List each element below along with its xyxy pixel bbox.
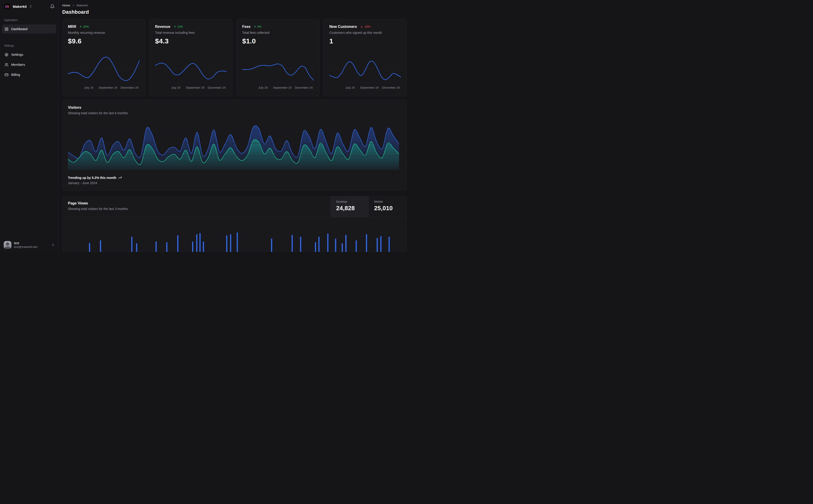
stat-description: Customers who signed up this month (329, 31, 401, 34)
bar (237, 232, 238, 252)
bar (100, 240, 101, 252)
toggle-label: Mobile (374, 200, 401, 203)
users-icon (5, 63, 8, 67)
page-views-header: Page Views Showing total visitors for th… (62, 196, 406, 217)
sidebar: m Makerkit Application Dashboard Setting… (0, 0, 58, 252)
x-axis-label: December 24 (120, 86, 138, 89)
bar (380, 236, 381, 252)
bar (131, 237, 132, 252)
bar (327, 233, 328, 252)
x-axis-label: September 24 (360, 86, 379, 89)
chevrons-up-down-icon[interactable] (51, 243, 55, 247)
x-axis-label: July 24 (345, 86, 355, 89)
visitors-card: Visitors Showing total visitors for the … (62, 100, 407, 191)
sidebar-item-label: Settings (11, 53, 23, 56)
bar (345, 235, 347, 252)
bar (377, 238, 378, 252)
x-axis-label: July 24 (258, 86, 268, 89)
breadcrumb-current: Makerkit (77, 4, 88, 7)
arrow-up-icon (79, 25, 82, 28)
bar (300, 237, 301, 252)
arrow-up-icon (173, 25, 176, 28)
trend-badge: 20% (79, 25, 89, 28)
sparkline-path (68, 57, 139, 81)
sparkline-x-labels: July 24September 24December 24 (68, 86, 139, 90)
sparkline-chart (68, 54, 139, 84)
bar (292, 235, 293, 252)
trending-up-icon (118, 176, 122, 180)
breadcrumb: Home Makerkit (62, 4, 407, 7)
page-views-toggle-desktop[interactable]: Desktop 24,828 (331, 196, 368, 217)
visitors-date-range: January - June 2024 (68, 181, 401, 185)
page-views-toggle-mobile[interactable]: Mobile 25,010 (368, 196, 406, 217)
breadcrumb-home[interactable]: Home (62, 4, 70, 7)
sparkline-x-labels: July 24September 24December 24 (242, 86, 314, 90)
user-menu[interactable]: test test@makerkit.dev (0, 239, 58, 249)
bell-icon[interactable] (50, 4, 55, 9)
chevrons-up-down-icon[interactable] (29, 5, 32, 8)
bar (366, 234, 367, 252)
sidebar-item-label: Members (11, 63, 25, 66)
makerkit-logo-letter: m (5, 4, 9, 8)
sidebar-item-members[interactable]: Members (2, 60, 56, 69)
toggle-value: 25,010 (374, 205, 401, 212)
avatar (4, 241, 11, 249)
bar (230, 234, 231, 252)
makerkit-logo: m (4, 3, 11, 10)
sparkline-chart (329, 54, 401, 84)
x-axis-label: September 24 (273, 86, 292, 89)
stat-description: Monthly recurring revenue (68, 31, 139, 34)
sidebar-section-application: Application (0, 19, 58, 22)
main-content: Home Makerkit Dashboard MRR 20% Monthly … (58, 0, 407, 252)
sidebar-item-label: Dashboard (11, 27, 27, 31)
sparkline-path (155, 63, 227, 79)
visitors-title: Visitors (68, 106, 401, 110)
page-views-subtitle: Showing total visitors for the last 3 mo… (68, 207, 325, 211)
user-name: test (14, 241, 38, 245)
bar (166, 242, 167, 252)
sidebar-item-settings[interactable]: Settings (2, 50, 56, 59)
sidebar-item-dashboard[interactable]: Dashboard (2, 24, 56, 34)
bar (155, 241, 157, 252)
stat-card-mrr: MRR 20% Monthly recurring revenue $9.6 J… (62, 19, 145, 96)
sparkline-x-labels: July 24September 24December 24 (329, 86, 401, 90)
bar (389, 237, 390, 252)
stat-value: 1 (329, 37, 401, 45)
bar (318, 237, 320, 252)
bar (226, 235, 227, 252)
trend-value: 20% (83, 25, 89, 28)
x-axis-label: December 24 (295, 86, 313, 89)
stat-card-new-customers: New Customers -25% Customers who signed … (324, 19, 407, 96)
bar (177, 235, 178, 252)
sparkline-x-labels: July 24September 24December 24 (155, 86, 227, 90)
stat-value: $9.6 (68, 37, 139, 45)
arrow-down-icon (360, 25, 363, 28)
arrow-up-icon (254, 25, 256, 28)
stat-value: $1.0 (242, 37, 314, 45)
stat-title: Fees (242, 25, 251, 29)
stat-title: New Customers (329, 25, 357, 29)
bar (203, 241, 204, 252)
visitors-subtitle: Showing total visitors for the last 6 mo… (68, 111, 401, 115)
bar (89, 243, 90, 252)
stat-description: Total fees collected (242, 31, 314, 34)
toggle-value: 24,828 (336, 205, 363, 212)
toggle-label: Desktop (336, 200, 363, 203)
trend-value: -25% (364, 25, 371, 28)
sidebar-section-settings: Settings (0, 44, 58, 47)
workspace-name[interactable]: Makerkit (13, 5, 27, 8)
bar (315, 242, 316, 252)
stat-description: Total revenue including fees (155, 31, 227, 34)
gear-icon (5, 53, 8, 57)
bar (192, 241, 193, 252)
chevron-right-icon (72, 4, 75, 7)
page-views-title: Page Views (68, 201, 325, 205)
sidebar-item-billing[interactable]: Billing (2, 70, 56, 79)
x-axis-label: September 24 (98, 86, 117, 89)
bar (199, 233, 200, 252)
sparkline-chart (155, 54, 227, 84)
trend-value: 12% (177, 25, 183, 28)
visitors-footer: Trending up by 5.2% this month January -… (68, 176, 401, 185)
x-axis-label: December 24 (208, 86, 226, 89)
stat-value: $4.3 (155, 37, 227, 45)
